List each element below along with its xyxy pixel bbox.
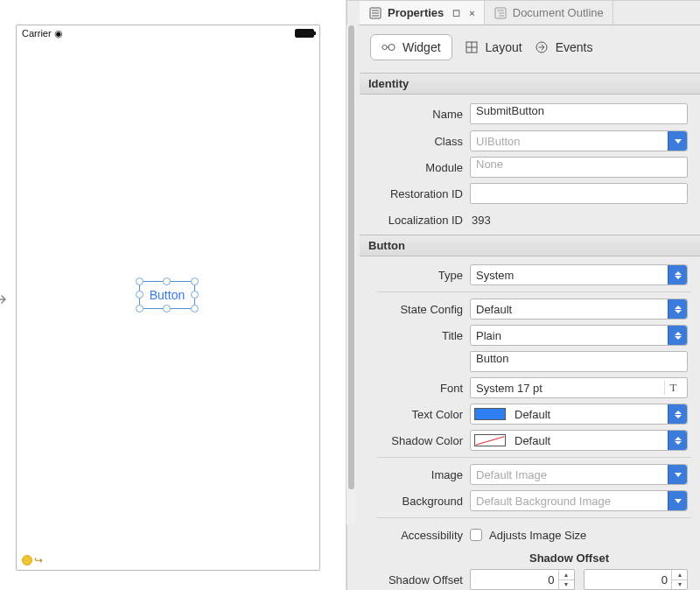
shadow-offset-heading: Shadow Offset: [360, 548, 691, 566]
label-font: Font: [360, 382, 470, 395]
label-shadow-color: Shadow Color: [360, 434, 470, 447]
title-kind-select[interactable]: Plain: [470, 325, 688, 346]
mode-layout-label: Layout: [486, 40, 522, 54]
dropdown-caret-icon: [668, 404, 687, 424]
background-select[interactable]: Default Background Image: [470, 490, 688, 511]
restoration-id-input[interactable]: [470, 183, 688, 204]
font-input[interactable]: System 17 pt T: [470, 377, 688, 398]
label-title: Title: [360, 329, 470, 342]
label-name: Name: [360, 108, 470, 121]
resize-handle-bm[interactable]: [163, 305, 171, 313]
shadow-offset-y-stepper[interactable]: 0 ▴▾: [584, 569, 689, 590]
title-kind-value: Plain: [476, 329, 501, 342]
text-color-swatch: [474, 408, 506, 420]
svg-point-9: [388, 44, 395, 50]
stepper-spinner[interactable]: ▴▾: [558, 570, 574, 589]
canvas-area[interactable]: Button: [17, 39, 319, 551]
label-module: Module: [360, 161, 470, 174]
shadow-offset-x-stepper[interactable]: 0 ▴▾: [470, 569, 575, 590]
svg-point-8: [382, 45, 387, 49]
title-text-input[interactable]: Button: [470, 351, 688, 372]
type-select[interactable]: System: [470, 264, 688, 285]
label-restoration-id: Restoration ID: [360, 187, 470, 200]
shadow-color-swatch: [474, 434, 506, 446]
separator: [377, 291, 691, 292]
resize-handle-tm[interactable]: [163, 277, 171, 285]
label-localization-id: Localization ID: [360, 214, 470, 227]
expand-arrow-icon[interactable]: [0, 289, 12, 310]
class-select[interactable]: UIButton: [470, 130, 688, 151]
carrier-text: Carrier: [22, 28, 52, 39]
font-value: System 17 pt: [476, 382, 542, 395]
canvas-footer-icons: ↪: [22, 554, 43, 566]
button-form: Type System State Config Default: [360, 256, 700, 590]
dropdown-caret-icon: [668, 299, 687, 319]
tab-undock-icon[interactable]: ◻: [452, 7, 460, 18]
shadow-color-select[interactable]: Default: [470, 430, 688, 451]
text-color-select[interactable]: Default: [470, 404, 688, 425]
state-config-select[interactable]: Default: [470, 299, 688, 320]
inspector-pane: Properties ◻ × Document Outline Widget: [346, 0, 700, 590]
scrollbar-thumb[interactable]: [348, 25, 354, 489]
selected-button-widget[interactable]: Button: [139, 281, 195, 309]
scrollbar[interactable]: [346, 25, 356, 524]
resize-handle-tr[interactable]: [191, 277, 199, 285]
outline-tab-icon: [494, 6, 508, 20]
dropdown-caret-icon: [668, 265, 687, 284]
separator: [377, 517, 691, 518]
name-input[interactable]: SubmitButton: [470, 103, 688, 124]
image-select-value: Default Image: [476, 468, 547, 481]
class-select-value: UIButton: [476, 135, 521, 148]
image-select[interactable]: Default Image: [470, 464, 688, 485]
shadow-color-value: Default: [514, 434, 550, 447]
label-text-color: Text Color: [360, 408, 470, 421]
resize-handle-tl[interactable]: [136, 277, 144, 285]
state-config-value: Default: [476, 303, 512, 316]
section-header-identity: Identity: [360, 73, 700, 95]
dropdown-caret-icon: [668, 131, 687, 151]
events-mode-icon: [535, 40, 549, 54]
tab-properties-label: Properties: [388, 6, 444, 19]
carrier-label: Carrier ◉: [22, 28, 63, 39]
label-class: Class: [360, 135, 470, 148]
mode-events-button[interactable]: Events: [535, 40, 593, 54]
identity-form: Name SubmitButton Class UIButton Module …: [360, 95, 700, 235]
section-header-button: Button: [360, 235, 700, 256]
inspector-mode-row: Widget Layout Events: [360, 25, 700, 73]
label-type: Type: [360, 269, 470, 282]
resize-handle-mr[interactable]: [191, 291, 199, 299]
exit-arrow-icon[interactable]: ↪: [34, 554, 43, 566]
mode-widget-button[interactable]: Widget: [370, 34, 452, 60]
battery-icon: [295, 29, 314, 38]
properties-tab-icon: [368, 6, 382, 20]
separator: [377, 457, 691, 458]
accessibility-checkbox[interactable]: [470, 529, 482, 541]
tab-document-outline[interactable]: Document Outline: [485, 1, 613, 25]
tab-outline-label: Document Outline: [513, 6, 604, 19]
font-picker-icon[interactable]: T: [664, 381, 682, 395]
resize-handle-bl[interactable]: [136, 305, 144, 313]
type-select-value: System: [476, 269, 514, 282]
module-input[interactable]: None: [470, 157, 688, 178]
resize-handle-ml[interactable]: [136, 291, 144, 299]
tab-properties[interactable]: Properties ◻ ×: [360, 1, 485, 25]
device-frame[interactable]: Carrier ◉ Button: [16, 25, 320, 571]
mode-events-label: Events: [556, 40, 593, 54]
label-accessibility: Accessibility: [360, 529, 470, 542]
label-shadow-offset: Shadow Offset: [360, 573, 470, 586]
warning-dot-icon[interactable]: [22, 555, 32, 565]
resize-handle-br[interactable]: [191, 305, 199, 313]
device-statusbar: Carrier ◉: [17, 25, 319, 39]
dropdown-caret-icon: [668, 431, 687, 450]
background-select-value: Default Background Image: [476, 495, 611, 508]
label-state-config: State Config: [360, 303, 470, 316]
shadow-offset-x-value: 0: [548, 573, 554, 586]
layout-mode-icon: [465, 40, 479, 54]
design-canvas-pane: Carrier ◉ Button: [0, 0, 346, 590]
widget-mode-icon: [382, 40, 396, 54]
stepper-spinner[interactable]: ▴▾: [671, 570, 687, 589]
tab-close-icon[interactable]: ×: [469, 8, 474, 18]
label-image: Image: [360, 468, 470, 481]
mode-widget-label: Widget: [402, 40, 441, 54]
mode-layout-button[interactable]: Layout: [465, 40, 522, 54]
